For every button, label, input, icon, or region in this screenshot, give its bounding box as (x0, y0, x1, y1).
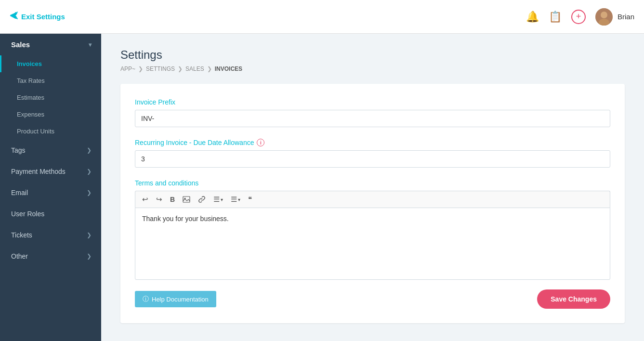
breadcrumb: APP~ ❯ SETTINGS ❯ SALES ❯ INVOICES (120, 66, 625, 72)
chevron-right-icon: ❯ (87, 168, 92, 175)
settings-card: Invoice Prefix Recurring Invoice - Due D… (120, 84, 625, 323)
breadcrumb-sep-3: ❯ (207, 66, 212, 72)
list-dropdown-icon: ▾ (221, 197, 223, 202)
terms-label: Terms and conditions (135, 179, 610, 187)
invoice-prefix-group: Invoice Prefix (135, 98, 610, 127)
ordered-list-dropdown-icon: ▾ (238, 197, 240, 202)
save-changes-button[interactable]: Save Changes (537, 289, 610, 309)
info-circle-icon: ⓘ (143, 295, 149, 303)
bottom-actions: ⓘ Help Documentation Save Changes (135, 289, 610, 309)
help-documentation-button[interactable]: ⓘ Help Documentation (135, 291, 216, 307)
sidebar-sub-item-invoices[interactable]: Invoices (0, 55, 101, 72)
sidebar-item-tags[interactable]: Tags ❯ (0, 140, 101, 161)
recurring-invoice-group: Recurring Invoice - Due Date Allowance i (135, 139, 610, 168)
recurring-label: Recurring Invoice - Due Date Allowance (135, 139, 254, 146)
exit-icon: ⮜ (10, 12, 18, 22)
sidebar-item-sales[interactable]: Sales ▾ (0, 34, 101, 55)
page-title: Settings (120, 48, 625, 62)
chevron-down-icon: ▾ (89, 41, 92, 48)
ordered-list-icon: ☰ (231, 195, 237, 204)
sidebar-other-label: Other (11, 252, 28, 260)
sidebar-product-units-label: Product Units (17, 128, 54, 135)
sidebar-item-other[interactable]: Other ❯ (0, 246, 101, 267)
breadcrumb-sep-2: ❯ (178, 66, 183, 72)
sidebar-estimates-label: Estimates (17, 94, 44, 101)
layout: Sales ▾ Invoices Tax Rates Estimates Exp… (0, 34, 644, 341)
sidebar-item-user-roles[interactable]: User Roles (0, 203, 101, 224)
sidebar: Sales ▾ Invoices Tax Rates Estimates Exp… (0, 34, 101, 341)
chevron-right-icon: ❯ (87, 189, 92, 196)
sidebar-item-email[interactable]: Email ❯ (0, 182, 101, 203)
sidebar-sub-item-product-units[interactable]: Product Units (0, 123, 101, 140)
user-info[interactable]: Brian (595, 8, 634, 26)
sidebar-tickets-label: Tickets (11, 231, 32, 239)
terms-editor[interactable]: Thank you for your business. (135, 208, 610, 280)
editor-toolbar: ↩ ↪ B ☰ ▾ ☰ ▾ (135, 191, 610, 208)
sidebar-tags-label: Tags (11, 146, 26, 154)
chevron-right-icon: ❯ (87, 147, 92, 154)
user-name: Brian (618, 13, 634, 21)
document-icon[interactable]: 📋 (549, 11, 562, 23)
sidebar-email-label: Email (11, 189, 28, 197)
sidebar-sub-item-tax-rates[interactable]: Tax Rates (0, 72, 101, 89)
terms-content: Thank you for your business. (142, 215, 229, 223)
bold-button[interactable]: B (168, 195, 177, 204)
sidebar-item-tickets[interactable]: Tickets ❯ (0, 224, 101, 246)
exit-settings-button[interactable]: ⮜ Exit Settings (10, 12, 65, 22)
header-right: 🔔 📋 + Brian (526, 8, 634, 26)
svg-point-1 (601, 12, 607, 18)
help-label: Help Documentation (152, 296, 209, 303)
invoice-prefix-input[interactable] (135, 110, 610, 127)
chevron-right-icon: ❯ (87, 232, 92, 238)
breadcrumb-app: APP~ (120, 66, 135, 72)
list-icon: ☰ (213, 195, 220, 204)
terms-section: Terms and conditions ↩ ↪ B ☰ ▾ (135, 179, 610, 280)
sidebar-sales-label: Sales (11, 40, 30, 49)
invoice-prefix-label: Invoice Prefix (135, 98, 610, 106)
link-button[interactable] (196, 195, 208, 204)
sidebar-tax-rates-label: Tax Rates (17, 77, 45, 84)
chevron-right-icon: ❯ (87, 253, 92, 260)
sidebar-payment-methods-label: Payment Methods (11, 168, 66, 175)
recurring-label-row: Recurring Invoice - Due Date Allowance i (135, 139, 610, 146)
breadcrumb-current: INVOICES (215, 66, 242, 72)
ordered-list-button[interactable]: ☰ ▾ (229, 194, 242, 205)
sidebar-user-roles-label: User Roles (11, 210, 44, 218)
redo-button[interactable]: ↪ (154, 194, 164, 205)
undo-button[interactable]: ↩ (140, 194, 150, 205)
info-icon[interactable]: i (257, 139, 264, 146)
bell-icon[interactable]: 🔔 (526, 11, 539, 23)
breadcrumb-sep-1: ❯ (138, 66, 143, 72)
blockquote-button[interactable]: ❝ (246, 194, 254, 205)
sidebar-item-payment-methods[interactable]: Payment Methods ❯ (0, 161, 101, 182)
recurring-input[interactable] (135, 150, 610, 168)
breadcrumb-sales: SALES (185, 66, 204, 72)
exit-settings-label: Exit Settings (21, 13, 65, 21)
plus-icon: + (576, 12, 581, 22)
header: ⮜ Exit Settings 🔔 📋 + Brian (0, 0, 644, 34)
image-button[interactable] (181, 195, 192, 204)
add-button[interactable]: + (571, 10, 586, 24)
breadcrumb-settings: SETTINGS (146, 66, 175, 72)
main-content: Settings APP~ ❯ SETTINGS ❯ SALES ❯ INVOI… (101, 34, 644, 341)
svg-rect-3 (183, 197, 190, 202)
avatar (595, 8, 613, 26)
unordered-list-button[interactable]: ☰ ▾ (211, 194, 225, 205)
sidebar-invoices-label: Invoices (17, 60, 42, 67)
sidebar-sub-item-estimates[interactable]: Estimates (0, 89, 101, 106)
sidebar-sub-item-expenses[interactable]: Expenses (0, 106, 101, 123)
sidebar-expenses-label: Expenses (17, 111, 44, 118)
header-left: ⮜ Exit Settings (10, 12, 65, 22)
